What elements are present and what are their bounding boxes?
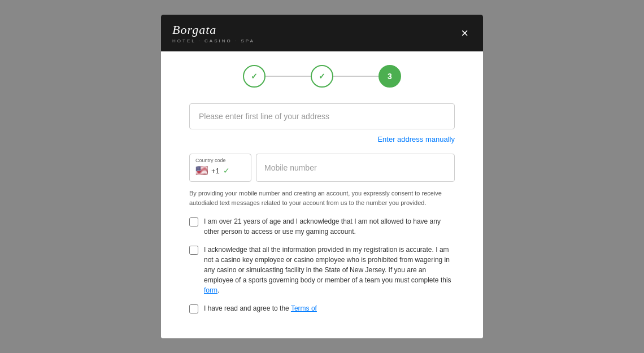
modal-body: ✓ ✓ 3 Enter address manually Country cod… bbox=[161, 51, 483, 338]
phone-input[interactable] bbox=[256, 154, 455, 182]
brand-subtitle: HOTEL · CASINO · SPA bbox=[172, 38, 255, 43]
sms-notice-text: By providing your mobile number and crea… bbox=[189, 189, 455, 207]
enter-manually-link[interactable]: Enter address manually bbox=[189, 135, 455, 143]
country-flag-icon: 🇺🇸 bbox=[195, 164, 208, 177]
modal-header: Borgata HOTEL · CASINO · SPA × bbox=[161, 15, 483, 51]
step-line-1 bbox=[266, 76, 311, 77]
brand-logo: Borgata HOTEL · CASINO · SPA bbox=[172, 23, 255, 43]
step-2-circle: ✓ bbox=[311, 65, 333, 88]
terms-link[interactable]: Terms of bbox=[291, 304, 317, 312]
step-1-circle: ✓ bbox=[243, 65, 266, 88]
close-button[interactable]: × bbox=[458, 26, 472, 41]
address-input[interactable] bbox=[189, 103, 455, 129]
country-code-value: +1 bbox=[211, 167, 220, 175]
step-2-label: ✓ bbox=[319, 72, 325, 81]
terms-checkbox-row: I have read and agree to the Terms of bbox=[189, 303, 455, 313]
terms-checkbox[interactable] bbox=[189, 304, 198, 313]
terms-checkbox-label: I have read and agree to the Terms of bbox=[204, 303, 317, 313]
brand-name: Borgata bbox=[172, 23, 255, 37]
step-3-label: 3 bbox=[388, 72, 392, 81]
info-checkbox-row: I acknowledge that all the information p… bbox=[189, 245, 455, 295]
phone-row: Country code 🇺🇸 +1 ✓ bbox=[189, 154, 455, 182]
step-3-circle: 3 bbox=[378, 65, 401, 88]
form-link[interactable]: form bbox=[204, 286, 217, 294]
modal: Borgata HOTEL · CASINO · SPA × ✓ ✓ 3 Ent… bbox=[161, 15, 483, 338]
step-1-label: ✓ bbox=[251, 72, 258, 81]
country-check-icon: ✓ bbox=[223, 166, 230, 175]
info-checkbox-label: I acknowledge that all the information p… bbox=[204, 245, 455, 295]
country-code-box: Country code 🇺🇸 +1 ✓ bbox=[189, 154, 251, 182]
info-checkbox[interactable] bbox=[189, 246, 198, 255]
age-checkbox-row: I am over 21 years of age and I acknowle… bbox=[189, 216, 455, 237]
country-code-label: Country code bbox=[195, 158, 226, 163]
age-checkbox-label: I am over 21 years of age and I acknowle… bbox=[204, 216, 455, 237]
step-indicators: ✓ ✓ 3 bbox=[189, 65, 455, 88]
age-checkbox[interactable] bbox=[189, 217, 198, 226]
step-line-2 bbox=[333, 76, 378, 77]
